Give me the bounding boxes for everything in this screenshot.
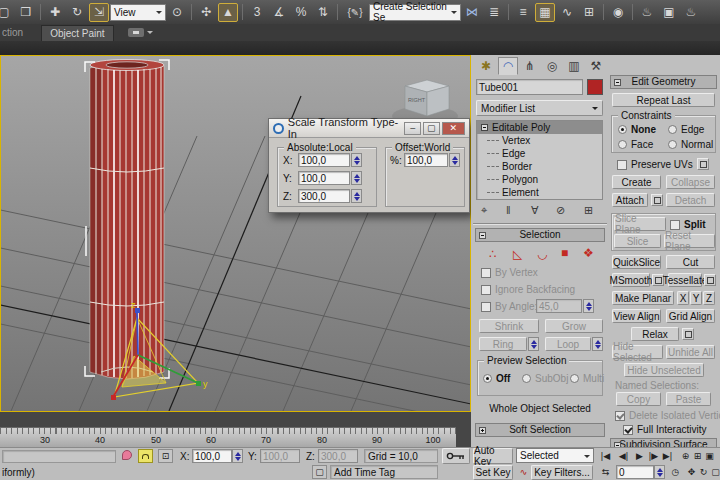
selection-lock-toggle[interactable] [138, 449, 153, 463]
gizmo-z-axis[interactable] [137, 312, 138, 355]
remove-modifier-icon[interactable]: ⊘ [556, 204, 565, 217]
by-angle-spinner[interactable] [583, 299, 594, 313]
attach-settings-button[interactable] [651, 194, 663, 206]
stack-item-editable-poly[interactable]: Editable Poly [477, 121, 602, 134]
pin-stack-icon[interactable]: ⌖ [481, 204, 487, 217]
curve-editor-icon[interactable]: ∿ [557, 3, 577, 22]
mirror-icon[interactable]: ⋈ [462, 3, 482, 22]
slice-button[interactable]: Slice [614, 234, 661, 248]
planar-z-button[interactable]: Z [703, 291, 715, 305]
detach-button[interactable]: Detach [666, 193, 715, 207]
tab-display[interactable]: ▥ [564, 57, 584, 75]
coord-x-spinner[interactable] [232, 449, 243, 463]
rect-region-select-icon[interactable]: ▢ [0, 3, 14, 22]
go-to-start-button[interactable]: |◀ [598, 449, 613, 463]
play-button[interactable]: ▶ [632, 449, 647, 463]
maximize-viewport-icon[interactable]: ▢ [708, 465, 720, 479]
set-key-filters-curve-icon[interactable]: ∿ [516, 465, 531, 479]
coord-z-field[interactable]: 300,0 [318, 449, 358, 463]
selection-rollout-header[interactable]: Selection [475, 228, 605, 242]
unhide-all-button[interactable]: Unhide All [666, 345, 715, 359]
stack-item-element[interactable]: Element [477, 186, 602, 199]
next-frame-button[interactable]: |▶ [646, 449, 661, 463]
named-selection-sets-icon[interactable]: {✎} [342, 3, 368, 22]
collapse-button[interactable]: Collapse [666, 175, 715, 189]
rendered-frame-icon[interactable]: ▣ [659, 3, 679, 22]
tab-motion[interactable]: ◎ [542, 57, 562, 75]
dialog-title-bar[interactable]: Scale Transform Type-In – ▢ ✕ [269, 119, 469, 138]
coord-y-field[interactable]: 100,0 [260, 449, 300, 463]
previous-frame-button[interactable]: ◀| [616, 449, 631, 463]
cut-button[interactable]: Cut [666, 255, 715, 269]
constraint-edge-radio[interactable]: Edge [668, 124, 704, 135]
percent-input[interactable]: 100,0 [404, 153, 448, 167]
constraint-face-radio[interactable]: Face [618, 139, 653, 150]
object-name-field[interactable]: Tube001 [476, 79, 583, 95]
slice-plane-button[interactable]: Slice Plane [614, 217, 666, 231]
tab-create[interactable]: ✱ [476, 57, 496, 75]
paste-button[interactable]: Paste [666, 392, 711, 406]
ribbon-minimize-icon[interactable] [128, 28, 144, 37]
preview-off-radio[interactable]: Off [483, 373, 510, 384]
layer-manager-icon[interactable]: ≡ [513, 3, 533, 22]
set-key-button[interactable]: Set Key [473, 465, 513, 480]
planar-x-button[interactable]: X [677, 291, 689, 305]
z-spinner[interactable] [351, 189, 362, 203]
y-input[interactable]: 100,0 [298, 171, 350, 185]
relax-button[interactable]: Relax [631, 327, 679, 341]
select-scale-icon[interactable]: ⇲ [89, 3, 109, 22]
stack-item-edge[interactable]: Edge [477, 147, 602, 160]
ring-button[interactable]: Ring [479, 337, 527, 351]
select-rotate-icon[interactable]: ↻ [67, 3, 87, 22]
repeat-last-button[interactable]: Repeat Last [612, 93, 715, 107]
close-button[interactable]: ✕ [442, 122, 465, 135]
attach-button[interactable]: Attach [612, 193, 648, 207]
modifier-list-dropdown[interactable]: Modifier List [476, 100, 603, 116]
selection-set-filter-dropdown[interactable]: Selected [516, 448, 594, 463]
perspective-viewport[interactable]: z y RIGHT [0, 55, 471, 412]
ring-spinner[interactable] [528, 337, 539, 351]
ribbon-tab-object-paint[interactable]: Object Paint [41, 25, 113, 41]
ribbon-tab-partial[interactable]: ction [0, 25, 31, 40]
hide-unselected-button[interactable]: Hide Unselected [624, 363, 704, 377]
stack-item-border[interactable]: Border [477, 160, 602, 173]
loop-spinner[interactable] [592, 337, 603, 351]
auto-key-button[interactable]: Auto Key [473, 448, 513, 464]
z-input[interactable]: 300,0 [298, 189, 350, 203]
named-selection-set-dropdown[interactable]: Create Selection Se [369, 4, 461, 21]
quickslice-button[interactable]: QuickSlice [612, 255, 661, 269]
full-interactivity-checkbox[interactable]: Full Interactivity [623, 424, 706, 435]
grid-align-button[interactable]: Grid Align [666, 309, 715, 323]
by-angle-field[interactable]: 45,0 [536, 299, 582, 313]
polygon-mode-icon[interactable]: ■ [561, 246, 568, 260]
view-align-button[interactable]: View Align [612, 309, 661, 323]
y-spinner[interactable] [351, 171, 362, 185]
align-icon[interactable]: ≣ [484, 3, 504, 22]
chevron-down-icon[interactable] [147, 31, 153, 37]
select-move-icon[interactable]: ✚ [45, 3, 65, 22]
add-time-tag[interactable]: Add Time Tag [330, 465, 438, 479]
make-unique-icon[interactable]: ∀ [531, 204, 539, 217]
material-editor-icon[interactable]: ◉ [608, 3, 628, 22]
preview-subobj-radio[interactable]: SubObj [522, 373, 568, 384]
tab-utilities[interactable]: ⚒ [586, 57, 606, 75]
edge-mode-icon[interactable]: ◺ [513, 247, 522, 261]
object-color-swatch[interactable] [587, 79, 603, 95]
preview-multi-radio[interactable]: Multi [570, 373, 604, 384]
spinner-snap-icon[interactable]: ⇅ [313, 3, 333, 22]
timeline-track-bar[interactable]: 30 40 50 60 70 80 90 100 [0, 427, 456, 447]
angle-snap-icon[interactable]: ∡ [269, 3, 289, 22]
listener-pin-icon[interactable] [122, 450, 132, 460]
tube-object[interactable] [85, 60, 169, 380]
make-planar-button[interactable]: Make Planar [612, 291, 674, 305]
render-production-icon[interactable]: ♨ [681, 3, 701, 22]
loop-button[interactable]: Loop [545, 337, 591, 351]
absolute-offset-mode-toggle[interactable]: ⊡ [158, 449, 173, 463]
key-mode-toggle[interactable]: ⇆ [598, 465, 613, 479]
create-button[interactable]: Create [612, 175, 661, 189]
use-center-icon[interactable]: ⊙ [167, 3, 187, 22]
reset-plane-button[interactable]: Reset Plane [664, 234, 715, 248]
tab-hierarchy[interactable]: ⋔ [520, 57, 540, 75]
soft-selection-rollout-header[interactable]: Soft Selection [475, 423, 605, 437]
show-end-result-icon[interactable]: ‖ [506, 204, 511, 216]
